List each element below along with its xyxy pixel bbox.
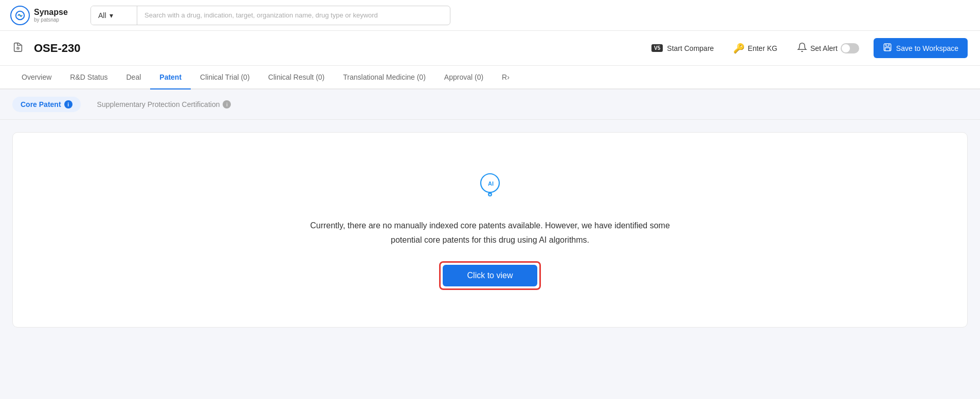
v5-badge: V5: [651, 44, 663, 52]
tab-more[interactable]: R›: [493, 66, 519, 89]
tab-patent[interactable]: Patent: [150, 66, 191, 89]
enter-kg-label: Enter KG: [748, 44, 777, 52]
save-to-workspace-label: Save to Workspace: [896, 44, 958, 52]
ai-icon: AI: [474, 170, 506, 204]
alert-icon: [797, 42, 807, 54]
search-input-area[interactable]: Search with a drug, indication, target, …: [137, 6, 450, 25]
tab-clinical-result[interactable]: Clinical Result (0): [259, 66, 334, 89]
logo-text: Synapse by patsnap: [34, 7, 68, 23]
tab-translational-medicine[interactable]: Translational Medicine (0): [334, 66, 435, 89]
empty-state-card: AI Currently, there are no manually inde…: [12, 132, 968, 328]
sub-nav: Core Patent i Supplementary Protection C…: [0, 89, 980, 120]
save-to-workspace-button[interactable]: Save to Workspace: [874, 38, 968, 58]
logo: Synapse by patsnap: [10, 6, 82, 25]
filter-label: All: [98, 11, 106, 20]
sub-tab-core-patent[interactable]: Core Patent i: [12, 97, 81, 112]
main-content: AI Currently, there are no manually inde…: [0, 120, 980, 340]
sub-tab-supplementary[interactable]: Supplementary Protection Certification i: [89, 97, 240, 112]
alert-toggle[interactable]: [841, 43, 859, 53]
enter-kg-button[interactable]: 🔑 Enter KG: [728, 40, 783, 57]
top-nav: Synapse by patsnap All ▾ Search with a d…: [0, 0, 980, 31]
brand-name: Synapse: [34, 7, 68, 17]
tabs-bar: Overview R&D Status Deal Patent Clinical…: [0, 66, 980, 89]
tab-deal[interactable]: Deal: [117, 66, 151, 89]
filter-dropdown[interactable]: All ▾: [91, 6, 137, 25]
brand-sub: by patsnap: [34, 17, 68, 23]
drug-header: OSE-230 V5 Start Compare 🔑 Enter KG Set …: [0, 31, 980, 66]
click-to-view-wrapper: Click to view: [439, 261, 541, 290]
empty-message: Currently, there are no manually indexed…: [310, 219, 670, 246]
tab-overview[interactable]: Overview: [12, 66, 61, 89]
svg-point-1: [20, 14, 21, 16]
save-icon: [883, 43, 892, 53]
drug-actions: V5 Start Compare 🔑 Enter KG Set Alert: [646, 38, 968, 58]
tab-approval[interactable]: Approval (0): [435, 66, 493, 89]
tab-rd-status[interactable]: R&D Status: [61, 66, 117, 89]
drug-title: OSE-230: [34, 42, 636, 55]
supplementary-info-icon[interactable]: i: [223, 100, 231, 108]
set-alert-button[interactable]: Set Alert: [792, 39, 864, 57]
dropdown-chevron-icon: ▾: [110, 11, 113, 20]
start-compare-button[interactable]: V5 Start Compare: [646, 41, 719, 56]
search-bar[interactable]: All ▾ Search with a drug, indication, ta…: [90, 6, 450, 25]
core-patent-label: Core Patent: [21, 100, 61, 108]
supplementary-label: Supplementary Protection Certification: [97, 100, 220, 108]
core-patent-info-icon[interactable]: i: [64, 100, 72, 108]
start-compare-label: Start Compare: [667, 44, 714, 52]
svg-text:AI: AI: [488, 180, 494, 187]
search-placeholder: Search with a drug, indication, target, …: [144, 11, 378, 19]
set-alert-label: Set Alert: [810, 44, 838, 52]
drug-icon: [12, 41, 24, 55]
kg-icon: 🔑: [733, 43, 745, 54]
click-to-view-button[interactable]: Click to view: [443, 265, 538, 286]
tab-clinical-trial[interactable]: Clinical Trial (0): [191, 66, 259, 89]
logo-icon: [10, 6, 30, 25]
